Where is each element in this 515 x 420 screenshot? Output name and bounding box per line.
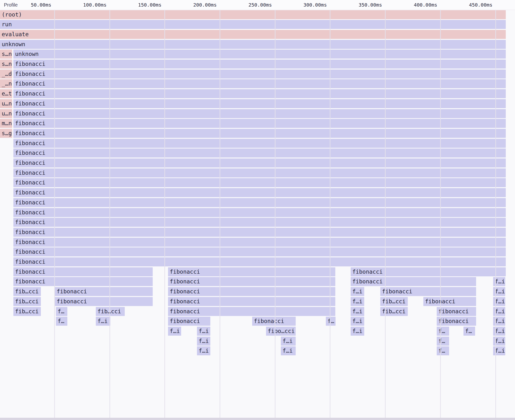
- flame-frame[interactable]: f…i: [351, 317, 364, 326]
- flame-frame[interactable]: fibonacci: [437, 317, 476, 326]
- flame-frame[interactable]: unknown: [0, 40, 506, 49]
- flame-frame[interactable]: f…: [463, 327, 475, 336]
- flame-frame[interactable]: f…i: [281, 346, 296, 355]
- flame-frame[interactable]: fibonacci: [168, 267, 335, 276]
- flame-frame[interactable]: f…i: [281, 337, 296, 346]
- flame-frame[interactable]: fibonacci: [351, 267, 506, 276]
- flame-frame[interactable]: fibonacci: [13, 178, 506, 187]
- flame-frame[interactable]: fib…cci: [96, 307, 125, 316]
- flame-frame[interactable]: (root): [0, 10, 506, 19]
- flame-frame[interactable]: f…: [437, 337, 449, 346]
- flame-frame[interactable]: fibonacci: [13, 218, 506, 227]
- flame-frame[interactable]: fib…cci: [380, 307, 408, 316]
- flame-frame[interactable]: fib…cci: [13, 307, 41, 316]
- flame-frame[interactable]: f…i: [493, 297, 505, 306]
- flame-frame[interactable]: fib…cci: [13, 287, 41, 296]
- flame-frame[interactable]: f…i: [351, 297, 364, 306]
- flame-frame[interactable]: f…i: [168, 327, 181, 336]
- flame-frame[interactable]: fibo…cci: [266, 327, 296, 336]
- time-tick-label: 200.00ms: [193, 0, 217, 10]
- flame-frame[interactable]: fibonacci: [168, 317, 210, 326]
- time-tick-label: 300.00ms: [303, 0, 327, 10]
- flame-frame[interactable]: f…i: [493, 317, 505, 326]
- flame-frame[interactable]: f…: [437, 346, 449, 355]
- flame-frame[interactable]: fibonacci: [351, 277, 476, 286]
- flame-row: s…nunknown: [0, 50, 515, 59]
- flame-frame[interactable]: fibonacci: [13, 139, 506, 148]
- flame-row: fibonacci: [0, 139, 515, 148]
- horizontal-scroll-track[interactable]: [0, 418, 515, 420]
- flame-frame[interactable]: fib…cci: [380, 297, 408, 306]
- flame-frame[interactable]: f…i: [197, 346, 210, 355]
- flame-frame[interactable]: s…n: [0, 50, 12, 59]
- flame-frame[interactable]: fibonacci: [13, 238, 506, 247]
- flame-frame[interactable]: run: [0, 20, 506, 29]
- flame-frame[interactable]: f…i: [197, 327, 210, 336]
- flame-frame[interactable]: fibonacci: [380, 287, 476, 296]
- flame-frame[interactable]: fibonacci: [13, 158, 506, 167]
- flame-row: fibonacci: [0, 198, 515, 207]
- flame-frame[interactable]: fibonacci: [13, 109, 506, 118]
- flame-frame[interactable]: e…t: [0, 89, 12, 98]
- flame-frame[interactable]: fibonacci: [13, 99, 506, 108]
- flame-frame[interactable]: u…n: [0, 99, 12, 108]
- flame-frame[interactable]: fibonacci: [13, 267, 153, 276]
- flame-frame[interactable]: f…: [437, 327, 449, 336]
- flame-row: fibonacci: [0, 238, 515, 247]
- flame-frame[interactable]: fibonacci: [13, 228, 506, 237]
- flame-frame[interactable]: s…n: [0, 60, 12, 69]
- flame-frame[interactable]: f…i: [197, 337, 210, 346]
- flame-frame[interactable]: f…i: [351, 287, 364, 296]
- flame-frame[interactable]: f…i: [493, 307, 505, 316]
- flame-row: s…gfibonacci: [0, 129, 515, 138]
- flame-frame[interactable]: fibonacci: [55, 287, 153, 296]
- flame-frame[interactable]: evaluate: [0, 30, 506, 39]
- time-tick-label: 100.00ms: [83, 0, 107, 10]
- flame-frame[interactable]: fib…cci: [13, 297, 41, 306]
- flame-frame[interactable]: f…i: [493, 346, 505, 355]
- flame-frame[interactable]: fibonacci: [13, 129, 506, 138]
- flame-frame[interactable]: fibonacci: [13, 119, 506, 128]
- flame-frame[interactable]: fibonacci: [168, 277, 335, 286]
- flame-frame[interactable]: fibonacci: [13, 277, 153, 286]
- flame-frame[interactable]: _…d: [0, 70, 12, 79]
- flame-frame[interactable]: fibonacci: [437, 307, 476, 316]
- flame-frame[interactable]: f…i: [96, 317, 110, 326]
- flame-frame[interactable]: fibonacci: [13, 79, 506, 88]
- flame-frame[interactable]: f…: [56, 317, 67, 326]
- flame-frame[interactable]: f…i: [493, 327, 505, 336]
- flame-frame[interactable]: fibonacci: [168, 297, 335, 306]
- flame-frame[interactable]: fibonacci: [168, 287, 335, 296]
- flame-frame[interactable]: fibonacci: [13, 208, 506, 217]
- flame-frame[interactable]: f…i: [493, 337, 505, 346]
- flame-row: fibonaccifibonaccifibonaccif…i: [0, 277, 515, 286]
- flame-row: fibonacci: [0, 228, 515, 237]
- flame-frame[interactable]: u…n: [0, 109, 12, 118]
- flame-frame[interactable]: fibonacci: [13, 70, 506, 79]
- time-ruler-header: Profile 50.00ms100.00ms150.00ms200.00ms2…: [0, 0, 515, 10]
- flame-frame[interactable]: fibonacci: [423, 297, 476, 306]
- flame-frame[interactable]: fibonacci: [13, 60, 506, 69]
- flame-frame[interactable]: f…i: [493, 277, 505, 286]
- flame-frame[interactable]: f…i: [493, 287, 505, 296]
- flame-frame[interactable]: fibonacci: [13, 247, 506, 256]
- flame-frame[interactable]: unknown: [13, 50, 506, 59]
- flame-frame[interactable]: fibonacci: [55, 297, 153, 306]
- flame-frame[interactable]: fibonacci: [13, 89, 506, 98]
- flame-frame[interactable]: fibonacci: [13, 149, 506, 158]
- flame-frame[interactable]: _…n: [0, 79, 12, 88]
- flame-frame[interactable]: m…n: [0, 119, 12, 128]
- flame-frame[interactable]: fibonacci: [13, 168, 506, 177]
- flame-frame[interactable]: fibonacci: [13, 257, 506, 266]
- flame-frame[interactable]: fibonacci: [13, 198, 506, 207]
- flame-frame[interactable]: fibonacci: [168, 307, 335, 316]
- flame-frame[interactable]: f…i: [351, 307, 364, 316]
- flame-frame[interactable]: fibonacci: [13, 188, 506, 197]
- flame-frame[interactable]: f…: [326, 317, 336, 326]
- flame-frame[interactable]: s…g: [0, 129, 12, 138]
- flame-frame[interactable]: f…: [56, 307, 67, 316]
- flame-frame[interactable]: fibonacci: [252, 317, 296, 326]
- flame-frame[interactable]: f…i: [351, 327, 364, 336]
- profile-tab[interactable]: Profile: [4, 0, 18, 10]
- flame-row: unknown: [0, 40, 515, 49]
